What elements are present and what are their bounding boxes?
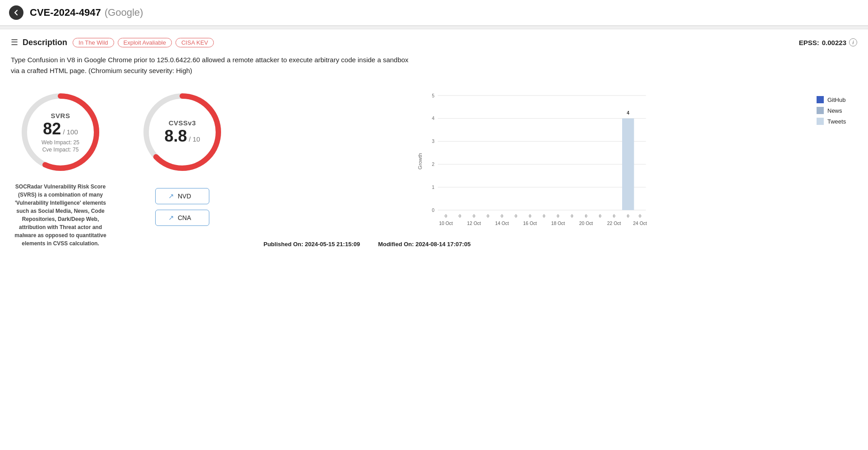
separator: [0, 26, 868, 29]
svg-text:4: 4: [627, 110, 629, 115]
cvss-gauge: CVSSv3 8.8 / 10: [137, 87, 227, 177]
svg-text:0: 0: [487, 213, 489, 218]
svrs-max: / 100: [61, 128, 78, 136]
legend-tweets-color: [817, 118, 824, 125]
svg-text:0: 0: [459, 213, 461, 218]
published-value: 2024-05-15 21:15:09: [305, 241, 360, 248]
cvss-value: 8.8 / 10: [164, 127, 200, 146]
epss-score: EPSS: 0.00223 i: [799, 38, 857, 46]
svg-text:0: 0: [613, 213, 615, 218]
svg-text:0: 0: [639, 213, 641, 218]
growth-chart: Growth 5 4 3 2: [263, 87, 808, 231]
chart-wrapper: Growth 5 4 3 2: [263, 87, 808, 233]
back-button[interactable]: [9, 5, 23, 20]
svg-text:14 Oct: 14 Oct: [495, 221, 509, 226]
cvss-title: CVSSv3: [164, 119, 200, 127]
epss-info-icon[interactable]: i: [849, 38, 857, 46]
legend-tweets: Tweets: [817, 118, 857, 125]
legend-news-color: [817, 107, 824, 114]
svg-text:5: 5: [432, 93, 434, 98]
description-icon: ☰: [11, 37, 18, 47]
metrics-row: SVRS 82 / 100 Web Impact: 25 Cve Impact:…: [11, 87, 857, 248]
page-title: CVE-2024-4947: [30, 7, 101, 18]
svg-text:0: 0: [529, 213, 531, 218]
svg-text:1: 1: [432, 185, 434, 190]
epss-value: 0.00223: [822, 39, 846, 46]
cvss-inner-text: CVSSv3 8.8 / 10: [164, 119, 200, 146]
description-label: Description: [23, 38, 67, 47]
svrs-inner-text: SVRS 82 / 100 Web Impact: 25 Cve Impact:…: [42, 112, 79, 153]
svg-text:0: 0: [571, 213, 573, 218]
svg-text:0: 0: [585, 213, 587, 218]
svg-text:2: 2: [432, 162, 434, 167]
svg-text:4: 4: [432, 116, 434, 121]
svg-text:24 Oct: 24 Oct: [633, 221, 647, 226]
modified-value: 2024-08-14 17:07:05: [416, 241, 471, 248]
svrs-note: SOCRadar Vulnerability Risk Score (SVRS)…: [11, 183, 110, 248]
badge-in-the-wild[interactable]: In The Wild: [73, 38, 114, 47]
published-row: Published On: 2024-05-15 21:15:09 Modifi…: [263, 241, 857, 248]
description-header: ☰ Description In The Wild Exploit Avalia…: [11, 37, 857, 47]
legend-news: News: [817, 107, 857, 114]
svrs-value: 82 / 100: [42, 119, 79, 138]
svg-text:0: 0: [473, 213, 475, 218]
svrs-section: SVRS 82 / 100 Web Impact: 25 Cve Impact:…: [11, 87, 110, 248]
modified-info: Modified On: 2024-08-14 17:07:05: [378, 241, 471, 248]
nvd-label: NVD: [178, 193, 191, 200]
legend-github-label: GitHub: [827, 96, 845, 103]
cvss-buttons: ↗ NVD ↗ CNA: [155, 188, 209, 226]
svg-text:12 Oct: 12 Oct: [467, 221, 481, 226]
svg-text:0: 0: [515, 213, 517, 218]
svg-text:0: 0: [501, 213, 503, 218]
chart-area: Growth 5 4 3 2: [263, 87, 857, 233]
svrs-gauge: SVRS 82 / 100 Web Impact: 25 Cve Impact:…: [15, 87, 106, 177]
cvss-section: CVSSv3 8.8 / 10 ↗ NVD ↗ CNA: [128, 87, 236, 226]
svg-text:0: 0: [557, 213, 559, 218]
published-label: Published On:: [263, 241, 303, 248]
legend-tweets-label: Tweets: [827, 118, 846, 125]
modified-label: Modified On:: [378, 241, 414, 248]
cna-external-icon: ↗: [168, 214, 174, 222]
published-info: Published On: 2024-05-15 21:15:09: [263, 241, 360, 248]
svg-text:22 Oct: 22 Oct: [607, 221, 621, 226]
cvss-max: / 10: [187, 135, 200, 143]
legend-github: GitHub: [817, 96, 857, 103]
svg-text:16 Oct: 16 Oct: [523, 221, 537, 226]
badge-cisa-kev[interactable]: CISA KEV: [175, 38, 214, 47]
svg-text:0: 0: [599, 213, 601, 218]
epss-text: EPSS:: [799, 39, 819, 46]
main-content: ☰ Description In The Wild Exploit Avalia…: [0, 29, 868, 261]
svg-text:0: 0: [445, 213, 447, 218]
page-title-sub: (Google): [105, 7, 143, 18]
svg-text:3: 3: [432, 139, 434, 144]
svg-text:0: 0: [432, 208, 434, 213]
svg-rect-43: [622, 119, 634, 210]
svg-text:Growth: Growth: [417, 153, 423, 170]
legend-news-label: News: [827, 107, 842, 114]
svg-text:18 Oct: 18 Oct: [551, 221, 565, 226]
svg-text:0: 0: [627, 213, 629, 218]
cna-button[interactable]: ↗ CNA: [155, 210, 209, 226]
chart-section: Growth 5 4 3 2: [263, 87, 857, 248]
svrs-title: SVRS: [42, 112, 79, 119]
svg-text:20 Oct: 20 Oct: [579, 221, 593, 226]
badge-exploit-available[interactable]: Exploit Avaliable: [118, 38, 172, 47]
nvd-external-icon: ↗: [168, 192, 174, 200]
cna-label: CNA: [178, 214, 191, 221]
top-bar: CVE-2024-4947 (Google): [0, 0, 868, 26]
chart-legend: GitHub News Tweets: [817, 87, 857, 125]
svg-text:10 Oct: 10 Oct: [439, 221, 453, 226]
svrs-cve-impact: Cve Impact: 75: [42, 147, 79, 153]
nvd-button[interactable]: ↗ NVD: [155, 188, 209, 204]
legend-github-color: [817, 96, 824, 103]
svrs-web-impact: Web Impact: 25: [42, 139, 79, 146]
svg-text:0: 0: [543, 213, 545, 218]
description-text: Type Confusion in V8 in Google Chrome pr…: [11, 55, 417, 76]
